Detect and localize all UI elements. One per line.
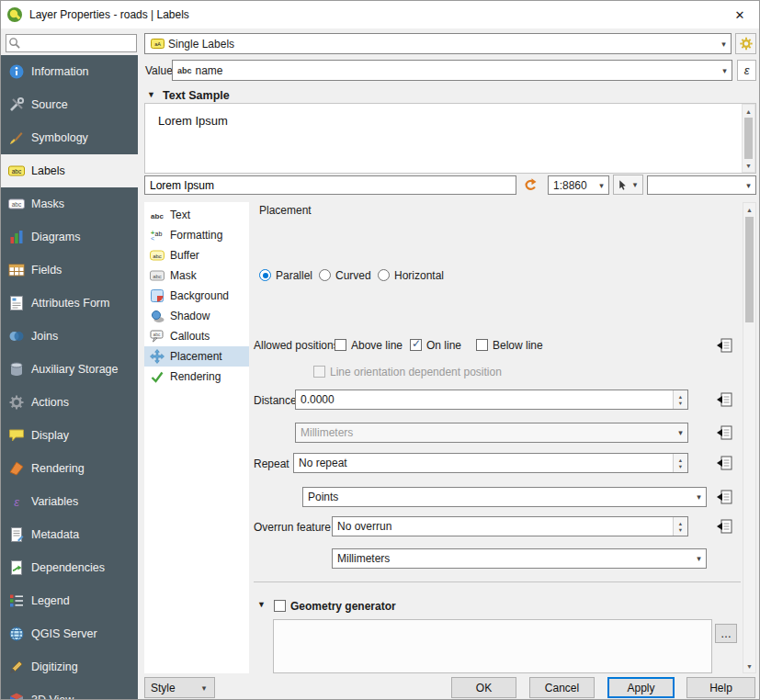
sample-text-input[interactable] (144, 175, 516, 195)
distance-unit-combo[interactable]: Millimeters ▾ (295, 423, 688, 443)
tab-rendering[interactable]: Rendering (144, 367, 249, 387)
data-defined-icon (715, 455, 733, 471)
ok-button[interactable]: OK (451, 677, 516, 698)
tab-mask[interactable]: abc Mask (144, 265, 249, 286)
data-defined-override-button[interactable] (712, 488, 736, 506)
tab-buffer[interactable]: abc Buffer (144, 245, 249, 265)
spinner-arrows-icon[interactable]: ▴▾ (673, 517, 687, 536)
sidebar-item-auxiliary-storage[interactable]: Auxiliary Storage (1, 353, 138, 386)
value-label: Value (145, 64, 173, 77)
geometry-generator-expression-area[interactable] (273, 619, 712, 673)
expression-ellipsis-button[interactable]: … (715, 624, 737, 643)
sidebar-item-3d-view[interactable]: 3D View (1, 683, 138, 700)
preview-scrollbar[interactable]: ▲ ▼ (742, 104, 755, 173)
scrollbar-thumb[interactable] (745, 217, 754, 322)
sidebar-item-information[interactable]: Information (1, 55, 138, 88)
sidebar-item-display[interactable]: Display (1, 419, 138, 452)
tab-callouts[interactable]: abc Callouts (144, 326, 249, 346)
sidebar-item-actions[interactable]: Actions (1, 386, 138, 419)
sidebar-item-source[interactable]: Source (1, 88, 138, 121)
radio-curved[interactable]: Curved (319, 268, 371, 282)
collapse-arrow-icon[interactable]: ▼ (147, 90, 155, 99)
checkbox-above-line[interactable]: Above line (335, 338, 403, 352)
sidebar-item-dependencies[interactable]: Dependencies (1, 551, 138, 584)
checkbox-geometry-generator[interactable]: Geometry generator (274, 599, 396, 613)
spinner-arrows-icon[interactable]: ▴▾ (673, 390, 687, 409)
sidebar-item-rendering[interactable]: Rendering (1, 452, 138, 485)
svg-text:abc: abc (151, 212, 164, 220)
sidebar-item-digitizing[interactable]: Digitizing (1, 650, 138, 683)
dropdown-arrow-icon: ▾ (630, 180, 640, 189)
radio-parallel[interactable]: Parallel (259, 268, 312, 282)
single-labels-icon: aA (150, 37, 164, 51)
close-button[interactable]: ✕ (726, 1, 754, 28)
scroll-down-icon[interactable]: ▼ (743, 660, 755, 672)
data-defined-override-button[interactable] (712, 423, 736, 442)
data-defined-override-button[interactable] (712, 454, 736, 472)
repeat-field[interactable]: No repeat ▴▾ (293, 453, 688, 473)
expression-builder-button[interactable]: ε (737, 60, 756, 81)
sidebar-item-qgis-server[interactable]: QGIS Server (1, 617, 138, 650)
background-icon (150, 288, 164, 303)
scroll-down-icon[interactable]: ▼ (743, 159, 754, 172)
apply-button[interactable]: Apply (607, 677, 675, 698)
svg-text:abc: abc (153, 274, 162, 279)
dropdown-arrow-icon: ▾ (199, 683, 209, 693)
spinner-arrows-icon[interactable]: ▴▾ (673, 454, 687, 472)
checkbox-on-line[interactable]: On line (410, 338, 461, 352)
checkbox-box (335, 339, 346, 351)
epsilon-icon: ε (744, 63, 750, 77)
data-defined-icon (715, 424, 733, 441)
source-icon (8, 96, 25, 113)
data-defined-override-button[interactable] (712, 336, 736, 355)
tab-formatting[interactable]: +ab< Formatting (144, 225, 249, 245)
distance-field[interactable]: 0.0000 ▴▾ (295, 390, 688, 410)
tab-background[interactable]: Background (144, 286, 249, 306)
style-menu-button[interactable]: Style ▾ (144, 677, 215, 698)
data-defined-override-button[interactable] (712, 517, 736, 536)
scale-value: 1:8860 (553, 179, 587, 192)
undo-arrow-icon (523, 177, 538, 192)
scrollbar-thumb[interactable] (744, 118, 753, 159)
tab-shadow[interactable]: Shadow (144, 306, 249, 326)
overrun-field[interactable]: No overrun ▴▾ (332, 516, 688, 536)
pick-scale-button[interactable]: ▾ (613, 175, 643, 195)
repeat-label: Repeat (254, 457, 289, 470)
search-input[interactable] (6, 34, 137, 52)
overrun-unit-combo[interactable]: Millimeters ▾ (332, 548, 707, 569)
tab-text[interactable]: abc Text (144, 205, 249, 225)
data-defined-override-button[interactable] (712, 390, 736, 409)
repeat-unit-combo[interactable]: Points ▾ (302, 487, 707, 507)
sample-background-combo[interactable]: ▾ (647, 175, 756, 195)
sidebar-item-attributes-form[interactable]: Attributes Form (1, 287, 138, 320)
sidebar-item-variables[interactable]: ε Variables (1, 485, 138, 518)
scale-combo[interactable]: 1:8860 ▾ (548, 175, 609, 195)
value-field-combo[interactable]: abc name ▾ (172, 60, 732, 81)
automated-placement-button[interactable] (735, 33, 756, 54)
3d-view-icon (8, 692, 25, 700)
sidebar-item-metadata[interactable]: Metadata (1, 518, 138, 551)
checkbox-box (410, 339, 422, 351)
reset-sample-button[interactable] (520, 175, 540, 195)
sidebar-item-joins[interactable]: Joins (1, 320, 138, 353)
sidebar-item-masks[interactable]: abc Masks (1, 187, 138, 220)
sidebar-item-diagrams[interactable]: Diagrams (1, 220, 138, 254)
radio-horizontal[interactable]: Horizontal (378, 268, 444, 282)
sidebar-item-symbology[interactable]: Symbology (1, 121, 138, 154)
preview-text: Lorem Ipsum (158, 114, 228, 128)
placement-icon (150, 349, 164, 364)
placement-scrollbar[interactable]: ▲ ▼ (743, 202, 756, 673)
tab-placement[interactable]: Placement (144, 346, 249, 367)
scroll-up-icon[interactable]: ▲ (743, 105, 754, 118)
sidebar-item-labels[interactable]: abc Labels (1, 154, 138, 187)
cancel-button[interactable]: Cancel (529, 677, 595, 698)
sidebar-item-fields[interactable]: Fields (1, 254, 138, 287)
buffer-icon: abc (150, 248, 164, 263)
help-button[interactable]: Help (686, 677, 755, 698)
collapse-arrow-icon[interactable]: ▼ (257, 600, 266, 609)
sidebar-item-legend[interactable]: Legend (1, 584, 138, 617)
checkbox-line-orientation[interactable]: Line orientation dependent position (313, 365, 502, 378)
checkbox-below-line[interactable]: Below line (476, 338, 543, 352)
scroll-up-icon[interactable]: ▲ (743, 203, 755, 216)
label-mode-combo[interactable]: aA Single Labels ▾ (144, 33, 732, 54)
